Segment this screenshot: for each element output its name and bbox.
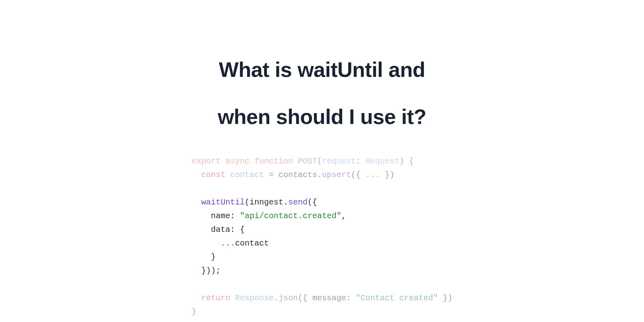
code-token: . (274, 293, 279, 303)
code-token (192, 225, 211, 234)
code-token (221, 157, 225, 166)
code-token (250, 157, 254, 166)
code-token (293, 157, 298, 166)
code-token: { (404, 157, 414, 166)
code-token: waitUntil (201, 198, 245, 207)
code-token: : (230, 211, 240, 221)
code-token: upsert (322, 170, 351, 180)
code-token: : { (230, 225, 245, 234)
code-token: ... (365, 170, 380, 180)
code-token: "api/contact.created" (240, 211, 341, 221)
code-token: json (279, 293, 298, 303)
code-token (192, 293, 201, 303)
code-token (192, 211, 211, 221)
code-token: return (201, 293, 230, 303)
code-token: })); (192, 266, 221, 275)
code-token: } (192, 252, 216, 262)
code-token: request (322, 157, 356, 166)
code-token: . (317, 170, 322, 180)
code-token: : (356, 157, 365, 166)
title-line-1: What is waitUntil and (219, 58, 425, 81)
code-token: ({ (298, 293, 312, 303)
code-token: ) (399, 157, 404, 166)
code-token: data (211, 225, 230, 234)
code-snippet: export async function POST(request: Requ… (192, 155, 452, 319)
code-token: Response (235, 293, 274, 303)
code-token: ... (221, 239, 235, 248)
code-token: Request (365, 157, 399, 166)
code-token: = (264, 170, 279, 180)
code-token: inngest (250, 198, 283, 207)
code-token: contact (230, 170, 264, 180)
code-token: : (346, 293, 356, 303)
code-token (192, 198, 201, 207)
code-token: contact (235, 239, 269, 248)
code-token (192, 170, 201, 180)
code-token: export (192, 157, 221, 166)
code-token (225, 170, 230, 180)
code-token: name (211, 211, 230, 221)
code-token: const (201, 170, 225, 180)
code-token: contacts (279, 170, 317, 180)
code-token: , (341, 211, 346, 221)
code-token (192, 239, 221, 248)
code-token: ( (245, 198, 250, 207)
code-token: } (192, 307, 196, 316)
code-token: ({ (351, 170, 365, 180)
article-title: What is waitUntil and when should I use … (218, 46, 426, 140)
code-token: "Contact created" (356, 293, 438, 303)
code-token: . (283, 198, 288, 207)
code-token (230, 293, 235, 303)
code-token: async (225, 157, 250, 166)
code-token: }) (380, 170, 394, 180)
code-token: ( (317, 157, 322, 166)
title-line-2: when should I use it? (218, 105, 426, 128)
code-token: }) (438, 293, 452, 303)
code-token: ({ (308, 198, 317, 207)
code-token: function (254, 157, 293, 166)
code-token: POST (298, 157, 317, 166)
code-token: send (288, 198, 308, 207)
code-token: message (312, 293, 346, 303)
